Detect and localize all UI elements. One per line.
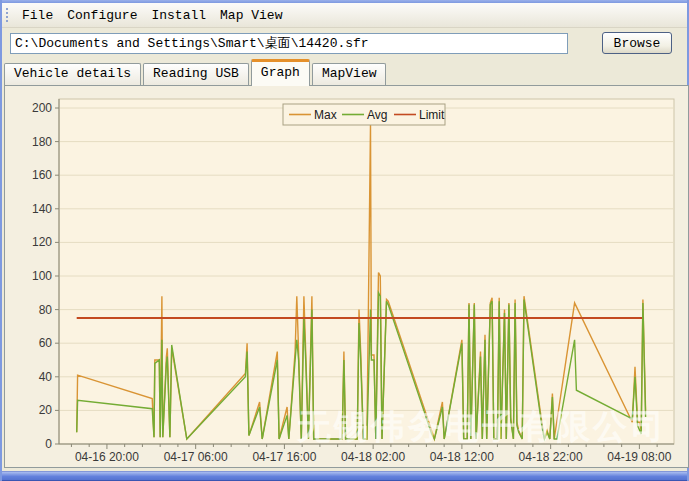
- y-tick-label: 180: [32, 135, 52, 149]
- menu-configure[interactable]: Configure: [60, 6, 144, 25]
- app-window: FileConfigureInstallMap View Browse Vehi…: [0, 0, 689, 481]
- x-tick-label: 04-19 08:00: [607, 450, 671, 464]
- menu-install[interactable]: Install: [144, 6, 213, 25]
- menu-bar: FileConfigureInstallMap View: [2, 3, 687, 28]
- file-path-bar: Browse: [2, 28, 687, 58]
- browse-button[interactable]: Browse: [602, 32, 672, 54]
- menu-grip-handle[interactable]: [5, 7, 9, 23]
- legend-label-avg: Avg: [367, 108, 387, 122]
- tab-graph[interactable]: Graph: [251, 59, 310, 86]
- menu-file[interactable]: File: [15, 6, 60, 25]
- y-tick-label: 140: [32, 202, 52, 216]
- graph-tab-panel: 02040608010012014016018020004-16 20:0004…: [4, 85, 689, 468]
- tab-bar: Vehicle detailsReading USBGraphMapView: [2, 58, 687, 85]
- x-tick-label: 04-18 22:00: [519, 450, 583, 464]
- y-tick-label: 160: [32, 168, 52, 182]
- x-tick-label: 04-18 02:00: [341, 450, 405, 464]
- y-tick-label: 200: [32, 101, 52, 115]
- y-tick-label: 40: [39, 370, 53, 384]
- tab-reading-usb[interactable]: Reading USB: [143, 63, 249, 85]
- y-tick-label: 120: [32, 235, 52, 249]
- window-bottom-border: [2, 471, 687, 481]
- x-tick-label: 04-16 20:00: [75, 450, 139, 464]
- y-tick-label: 80: [39, 303, 53, 317]
- y-tick-label: 0: [45, 437, 52, 451]
- legend: MaxAvgLimit: [283, 104, 445, 125]
- x-tick-label: 04-17 06:00: [164, 450, 228, 464]
- x-tick-label: 04-17 16:00: [252, 450, 316, 464]
- menu-items: FileConfigureInstallMap View: [15, 6, 289, 25]
- tab-vehicle-details[interactable]: Vehicle details: [4, 63, 141, 85]
- file-path-input[interactable]: [10, 33, 568, 54]
- tab-mapview[interactable]: MapView: [312, 63, 387, 85]
- legend-label-max: Max: [314, 108, 337, 122]
- y-tick-label: 100: [32, 269, 52, 283]
- legend-label-limit: Limit: [419, 108, 445, 122]
- y-tick-label: 60: [39, 336, 53, 350]
- x-tick-label: 04-18 12:00: [430, 450, 494, 464]
- menu-map-view[interactable]: Map View: [213, 6, 289, 25]
- speed-chart: 02040608010012014016018020004-16 20:0004…: [5, 86, 688, 467]
- y-tick-label: 20: [39, 403, 53, 417]
